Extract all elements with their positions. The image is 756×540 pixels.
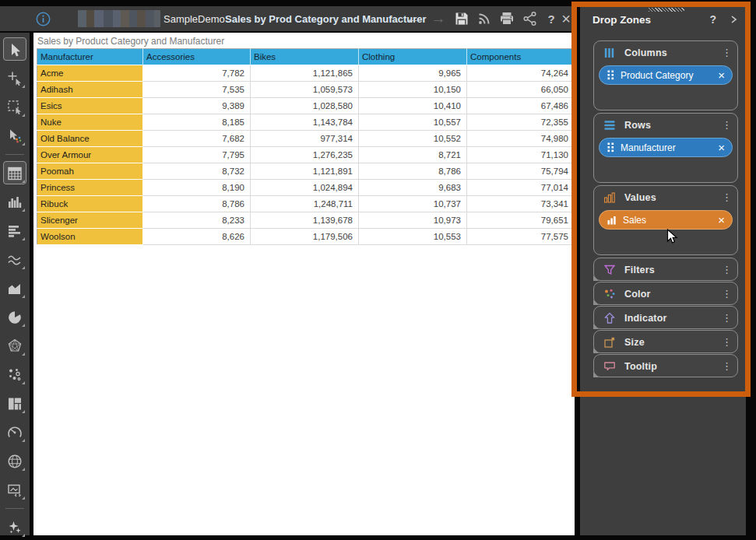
zone-body[interactable]: Product Category× xyxy=(594,64,737,86)
table-cell[interactable]: 8,233 xyxy=(143,212,251,229)
table-cell[interactable]: 67,486 xyxy=(467,98,575,114)
column-header[interactable]: Clothing xyxy=(359,49,467,65)
table-cell[interactable]: 74,980 xyxy=(467,131,575,147)
table-cell[interactable]: 10,973 xyxy=(359,212,467,229)
table-cell[interactable]: 1,139,678 xyxy=(251,212,359,229)
matrix-table[interactable]: ManufacturerAccessoriesBikesClothingComp… xyxy=(37,48,575,245)
row-header[interactable]: Woolson xyxy=(37,229,143,245)
tool-select[interactable] xyxy=(0,35,30,64)
tool-gauge[interactable] xyxy=(0,418,30,447)
table-cell[interactable]: 8,626 xyxy=(143,229,251,245)
table-cell[interactable]: 1,248,711 xyxy=(251,196,359,212)
row-header[interactable]: Old Balance xyxy=(37,131,143,147)
tool-point-select[interactable] xyxy=(0,64,30,93)
remove-field-icon[interactable]: × xyxy=(718,214,725,226)
panel-collapse-icon[interactable] xyxy=(729,15,738,24)
table-cell[interactable]: 1,143,784 xyxy=(251,114,359,131)
table-cell[interactable]: 72,355 xyxy=(467,114,575,131)
row-header[interactable]: Nuke xyxy=(37,114,143,131)
table-cell[interactable]: 1,121,891 xyxy=(251,163,359,180)
table-cell[interactable]: 1,121,865 xyxy=(251,65,359,82)
field-chip-manufacturer[interactable]: Manufacturer× xyxy=(599,138,733,157)
table-cell[interactable]: 8,185 xyxy=(143,114,251,131)
table-cell[interactable]: 8,721 xyxy=(359,147,467,163)
table-cell[interactable]: 1,028,580 xyxy=(251,98,359,114)
share-button[interactable] xyxy=(521,6,540,31)
table-cell[interactable]: 10,410 xyxy=(359,98,467,114)
table-cell[interactable]: 9,389 xyxy=(143,98,251,114)
print-button[interactable] xyxy=(498,6,516,31)
row-header[interactable]: Over Armour xyxy=(37,147,143,163)
zone-menu-icon[interactable]: ⋮ xyxy=(722,312,731,324)
save-button[interactable] xyxy=(453,6,470,31)
tool-radar-chart[interactable] xyxy=(0,331,30,360)
drop-zone-tooltip[interactable]: Tooltip⋮ xyxy=(593,354,738,377)
table-cell[interactable]: 10,737 xyxy=(359,196,467,212)
tool-scatter-chart[interactable] xyxy=(0,360,30,389)
table-cell[interactable]: 7,682 xyxy=(143,131,251,147)
table-cell[interactable]: 74,264 xyxy=(467,65,575,82)
table-cell[interactable]: 77,014 xyxy=(467,180,575,196)
tool-pie-chart[interactable] xyxy=(0,303,30,331)
row-header[interactable]: Slicenger xyxy=(37,212,143,229)
table-cell[interactable]: 7,535 xyxy=(143,82,251,98)
drop-zone-indicator[interactable]: Indicator⋮ xyxy=(593,306,738,329)
row-header[interactable]: Poomah xyxy=(37,163,143,180)
design-canvas[interactable]: Sales by Product Category and Manufactur… xyxy=(33,33,575,535)
zone-menu-icon[interactable]: ⋮ xyxy=(722,288,731,300)
column-header[interactable]: Components xyxy=(467,49,575,65)
info-icon[interactable] xyxy=(35,6,51,31)
table-cell[interactable]: 1,024,894 xyxy=(251,180,359,196)
feed-button[interactable] xyxy=(476,6,493,31)
table-cell[interactable]: 8,786 xyxy=(359,163,467,180)
remove-field-icon[interactable]: × xyxy=(718,69,725,81)
table-cell[interactable]: 8,786 xyxy=(143,196,251,212)
table-cell[interactable]: 8,190 xyxy=(143,180,251,196)
column-header[interactable]: Accessories xyxy=(143,49,251,65)
table-cell[interactable]: 75,794 xyxy=(467,163,575,180)
tool-area-chart[interactable] xyxy=(0,274,30,303)
zone-body[interactable]: Manufacturer× xyxy=(594,136,737,158)
drop-zone-rows[interactable]: Rows⋮Manufacturer× xyxy=(593,113,738,183)
field-chip-sales[interactable]: Sales× xyxy=(599,210,733,230)
table-cell[interactable]: 1,179,506 xyxy=(251,229,359,245)
table-cell[interactable]: 7,795 xyxy=(143,147,251,163)
close-button[interactable]: × xyxy=(558,6,574,31)
zone-menu-icon[interactable]: ⋮ xyxy=(722,264,731,275)
table-cell[interactable]: 8,732 xyxy=(143,163,251,180)
remove-field-icon[interactable]: × xyxy=(718,142,725,153)
table-cell[interactable]: 79,651 xyxy=(467,212,575,229)
tool-line-chart[interactable] xyxy=(0,245,30,274)
table-cell[interactable]: 977,314 xyxy=(251,131,359,147)
table-cell[interactable]: 7,782 xyxy=(143,65,251,82)
back-button[interactable]: ← xyxy=(403,6,422,31)
column-header[interactable]: Manufacturer xyxy=(37,49,143,65)
table-cell[interactable]: 10,552 xyxy=(359,131,467,147)
tool-lasso-select[interactable] xyxy=(0,121,30,150)
zone-menu-icon[interactable]: ⋮ xyxy=(722,360,731,372)
table-cell[interactable]: 73,341 xyxy=(467,196,575,212)
drop-zone-filters[interactable]: Filters⋮ xyxy=(593,258,738,281)
tool-column-chart[interactable] xyxy=(0,188,30,216)
zone-menu-icon[interactable]: ⋮ xyxy=(722,47,731,58)
help-button[interactable]: ? xyxy=(545,6,557,31)
tool-marquee-select[interactable] xyxy=(0,93,30,121)
row-header[interactable]: Acme xyxy=(37,65,143,82)
table-cell[interactable]: 9,683 xyxy=(359,180,467,196)
zone-body[interactable]: Sales× xyxy=(594,209,737,230)
drop-zone-columns[interactable]: Columns⋮Product Category× xyxy=(593,40,738,110)
tool-map[interactable] xyxy=(0,447,30,475)
zone-menu-icon[interactable]: ⋮ xyxy=(722,119,731,131)
drop-zone-color[interactable]: Color⋮ xyxy=(593,282,738,305)
tool-image[interactable] xyxy=(0,475,30,504)
row-header[interactable]: Ribuck xyxy=(37,196,143,212)
table-cell[interactable]: 1,059,573 xyxy=(251,82,359,98)
table-cell[interactable]: 9,965 xyxy=(359,65,467,82)
zone-menu-icon[interactable]: ⋮ xyxy=(722,191,731,203)
drop-zone-values[interactable]: Values⋮Sales× xyxy=(593,185,738,255)
column-header[interactable]: Bikes xyxy=(251,49,359,65)
field-chip-product-category[interactable]: Product Category× xyxy=(599,65,733,85)
panel-help-icon[interactable]: ? xyxy=(709,13,716,26)
table-cell[interactable]: 10,150 xyxy=(359,82,467,98)
table-cell[interactable]: 66,050 xyxy=(467,82,575,98)
